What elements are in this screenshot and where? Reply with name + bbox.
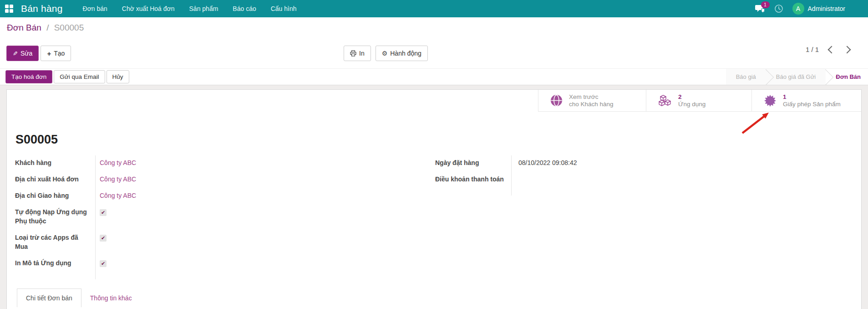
- print-action-buttons: In ⚙ Hành động: [344, 46, 428, 61]
- tab-order-lines[interactable]: Chi tiết Đơn bán: [17, 288, 81, 307]
- menu-item-bao-cao[interactable]: Báo cáo: [225, 0, 263, 17]
- field-row: Địa chỉ Giao hàng Công ty ABC: [15, 191, 343, 200]
- pencil-icon: ✎: [13, 50, 18, 57]
- field-label-print-app-description: In Mô tả Ứng dụng: [15, 258, 87, 268]
- pager: 1 / 1: [806, 46, 850, 53]
- stat-button-box: Xem trước cho Khách hàng 2 Ứng dụng: [538, 90, 861, 112]
- systray: 1 A Administrator: [755, 3, 845, 15]
- status-steps: Báo giá Báo giá đã Gửi Đơn Bán: [726, 69, 868, 85]
- status-step-quotation[interactable]: Báo giá: [726, 69, 766, 85]
- checkbox-print-app-description[interactable]: ✔: [100, 260, 107, 267]
- user-menu[interactable]: A Administrator: [792, 3, 845, 15]
- seal-icon: [764, 94, 777, 107]
- pager-previous-icon[interactable]: [828, 46, 836, 53]
- field-label-auto-install-deps: Tự động Nạp Ứng dụng Phụ thuộc: [15, 207, 87, 226]
- status-step-quotation-sent[interactable]: Báo giá đã Gửi: [766, 69, 826, 85]
- licenses-count: 1: [783, 93, 787, 100]
- field-row: Khách hàng Công ty ABC: [15, 158, 343, 167]
- user-name: Administrator: [808, 5, 845, 12]
- pager-next-icon[interactable]: [843, 46, 851, 53]
- cancel-button[interactable]: Hủy: [107, 70, 129, 83]
- checkbox-exclude-purchased-apps[interactable]: ✔: [100, 235, 107, 242]
- field-row: Loại trừ các Apps đã Mua ✔: [15, 233, 343, 251]
- customer-preview-stat-button[interactable]: Xem trước cho Khách hàng: [538, 90, 646, 112]
- field-label-order-date: Ngày đặt hàng: [435, 158, 512, 167]
- gear-icon: ⚙: [382, 50, 388, 57]
- field-row: Địa chỉ xuất Hoá đơn Công ty ABC: [15, 175, 343, 184]
- field-row: In Mô tả Ứng dụng ✔: [15, 258, 343, 268]
- main-menu: Đơn bán Chờ xuất Hoá đơn Sản phẩm Báo cá…: [76, 0, 304, 17]
- product-licenses-stat-button[interactable]: 1 Giấy phép Sản phẩm: [751, 90, 861, 112]
- cubes-icon: [658, 94, 672, 107]
- plus-icon: +: [47, 50, 51, 57]
- menu-item-cau-hinh[interactable]: Cấu hình: [264, 0, 304, 17]
- record-action-buttons: ✎ Sửa + Tạo: [6, 46, 71, 61]
- pager-value: 1 / 1: [806, 46, 819, 53]
- apps-label: Ứng dụng: [678, 101, 706, 108]
- create-button[interactable]: + Tạo: [41, 46, 71, 61]
- field-row: Tự động Nạp Ứng dụng Phụ thuộc ✔: [15, 207, 343, 226]
- field-value-delivery-address[interactable]: Công ty ABC: [87, 191, 136, 200]
- print-button[interactable]: In: [344, 46, 371, 61]
- statusbar: Tạo hoá đơn Gửi qua Email Hủy Báo giá Bá…: [0, 68, 868, 85]
- field-value-payment-terms: [512, 175, 518, 184]
- breadcrumb-parent[interactable]: Đơn Bán: [7, 23, 41, 32]
- menu-item-don-ban[interactable]: Đơn bán: [76, 0, 115, 17]
- field-label-customer: Khách hàng: [15, 158, 87, 167]
- breadcrumb-separator: /: [46, 23, 49, 32]
- field-label-payment-terms: Điều khoản thanh toán: [435, 175, 512, 184]
- field-row: Ngày đặt hàng 08/10/2022 09:08:42: [435, 158, 690, 167]
- field-label-exclude-purchased-apps: Loại trừ các Apps đã Mua: [15, 233, 87, 251]
- messages-badge: 1: [761, 1, 770, 8]
- notebook-tabs: Chi tiết Đơn bán Thông tin khác: [17, 288, 141, 307]
- form-sheet: Xem trước cho Khách hàng 2 Ứng dụng: [6, 89, 862, 309]
- field-label-invoice-address: Địa chỉ xuất Hoá đơn: [15, 175, 87, 184]
- activity-clock-icon[interactable]: [774, 4, 783, 13]
- field-group-right: Ngày đặt hàng 08/10/2022 09:08:42 Điều k…: [435, 158, 690, 191]
- top-nav-bar: Bán hàng Đơn bán Chờ xuất Hoá đơn Sản ph…: [0, 0, 868, 17]
- send-by-email-button[interactable]: Gửi qua Email: [54, 70, 105, 83]
- breadcrumb-current: S00005: [54, 23, 84, 32]
- field-value-order-date: 08/10/2022 09:08:42: [512, 158, 577, 167]
- field-label-delivery-address: Địa chỉ Giao hàng: [15, 191, 87, 200]
- action-button[interactable]: ⚙ Hành động: [376, 46, 428, 61]
- stat-line1: Xem trước: [569, 93, 598, 100]
- apps-stat-button[interactable]: 2 Ứng dụng: [646, 90, 751, 112]
- field-value-customer[interactable]: Công ty ABC: [87, 158, 136, 167]
- menu-item-cho-xuat-hoa-don[interactable]: Chờ xuất Hoá đơn: [115, 0, 182, 17]
- apps-grid-icon[interactable]: [5, 4, 14, 13]
- field-row: Điều khoản thanh toán: [435, 175, 690, 184]
- licenses-label: Giấy phép Sản phẩm: [783, 101, 841, 108]
- menu-item-san-pham[interactable]: Sản phẩm: [182, 0, 226, 17]
- control-panel: Đơn Bán / S00005 ✎ Sửa + Tạo In ⚙ Hành đ…: [0, 17, 868, 68]
- app-brand[interactable]: Bán hàng: [21, 3, 63, 14]
- apps-count: 2: [678, 93, 682, 100]
- breadcrumb: Đơn Bán / S00005: [7, 23, 84, 33]
- messages-icon[interactable]: 1: [755, 5, 765, 13]
- edit-button[interactable]: ✎ Sửa: [6, 46, 39, 61]
- field-group-left: Khách hàng Công ty ABC Địa chỉ xuất Hoá …: [15, 158, 343, 275]
- printer-icon: [350, 50, 356, 57]
- create-invoice-button[interactable]: Tạo hoá đơn: [5, 70, 52, 83]
- field-value-invoice-address[interactable]: Công ty ABC: [87, 175, 136, 184]
- globe-icon: [550, 94, 563, 107]
- record-title: S00005: [15, 133, 58, 147]
- checkbox-auto-install-deps[interactable]: ✔: [100, 209, 107, 216]
- tab-other-info[interactable]: Thông tin khác: [81, 288, 141, 307]
- avatar: A: [792, 3, 804, 15]
- stat-line2: cho Khách hàng: [569, 101, 614, 108]
